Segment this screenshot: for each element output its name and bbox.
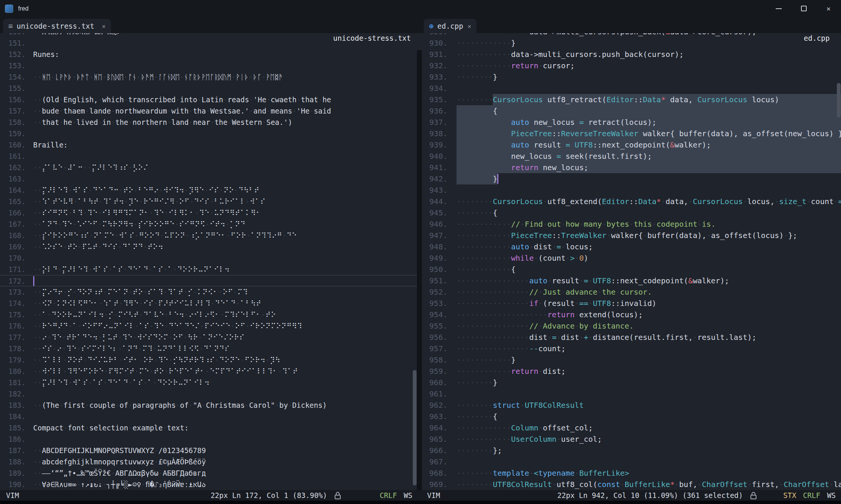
code-line[interactable]: 967. [422, 456, 841, 467]
tab-ed-cpp[interactable]: ⊕ ed.cpp ✕ [424, 19, 477, 33]
code-line[interactable]: 186. [0, 433, 417, 445]
code-line[interactable]: 959.············return·dist; [422, 366, 841, 377]
code-line[interactable]: 963.········{ [422, 411, 841, 422]
code-line[interactable]: 932.············return·cursor; [422, 60, 841, 71]
close-button[interactable]: ✕ [816, 0, 841, 17]
code-line[interactable]: 165.··⠱⠁⠞⠑⠧⠻·⠁⠃⠳⠞·⠹⠁⠞⠲·⡹⠑·⠗⠑⠛⠊⠌⠻·⠕⠋·⠙⠊⠎·… [0, 196, 417, 207]
code-line[interactable]: 933.········} [422, 71, 841, 83]
pane-splitter[interactable] [417, 50, 422, 490]
code-line[interactable]: 172. [0, 275, 417, 286]
code-line[interactable]: 953.················if·(result·==·UTF8::… [422, 298, 841, 309]
code-line[interactable]: 162.··⡌⠁⠧⠑·⠼⠁⠒··⡍⠜⠇⠑⠹⠰⠎·⡣⠕⠌ [0, 162, 417, 173]
code-line[interactable]: 157.··bude·thaem·lande·northweardum·with… [0, 105, 417, 117]
code-line[interactable]: 183.··(The·first·couple·of·paragraphs·of… [0, 400, 417, 411]
vertical-scrollbar-thumb[interactable] [837, 83, 841, 118]
code-line[interactable]: 156.··(Old·English,·which·transcribed·in… [0, 94, 417, 105]
code-line[interactable]: 955.················//·Advance·by·distan… [422, 320, 841, 332]
code-line[interactable]: 950.············{ [422, 264, 841, 275]
code-line[interactable]: 189.··–—‘“”„†•…‰™œŠŸž€·ΑΒΓΔΩαβγδω·АБВГДа… [0, 467, 417, 479]
status-flag-ws[interactable]: WS [827, 491, 836, 499]
vertical-scrollbar-thumb[interactable] [413, 370, 417, 486]
code-line[interactable]: 934. [422, 83, 841, 94]
code-line[interactable]: 943. [422, 184, 841, 196]
code-line[interactable]: 961. [422, 388, 841, 400]
code-line[interactable]: 929.················data->multi_cursors.… [422, 33, 841, 37]
code-line[interactable]: 952.················//·Just·advance·the·… [422, 286, 841, 298]
code-line[interactable]: 155. [0, 83, 417, 94]
code-line[interactable]: 965.············UserColumn·user_col; [422, 433, 841, 445]
code-line[interactable]: 167.··⠁⠝⠙·⠹⠑·⠡⠊⠑⠋·⠍⠳⠗⠝⠻⠲·⡎⠊⠗⠕⠕⠛⠑·⠎⠊⠛⠝⠫·⠊… [0, 218, 417, 230]
tab-close-icon[interactable]: ✕ [102, 23, 106, 30]
code-line[interactable]: 187.··ABCDEFGHIJKLMNOPQRSTUVWXYZ·/012345… [0, 445, 417, 456]
code-line[interactable]: 188.··abcdefghijklmnopqrstuvwxyz·£©µÀÆÖÞ… [0, 456, 417, 467]
code-line[interactable]: 178.··⠊⠎·⠔·⠹⠑·⠎⠊⠍⠊⠇⠑⠆·⠁⠝⠙·⠍⠹·⠥⠝⠙⠁⠇⠇⠪⠫·⠙⠁… [0, 343, 417, 354]
lock-icon[interactable] [335, 492, 341, 499]
code-line[interactable]: 939.············auto·result·=·UTF8::next… [422, 139, 841, 151]
code-line[interactable]: 942.········} [422, 173, 841, 184]
code-line[interactable]: 954.····················return·extend(lo… [422, 309, 841, 320]
code-line[interactable]: 956.················dist·=·dist·+·distan… [422, 332, 841, 343]
code-line[interactable]: 170. [0, 252, 417, 264]
status-flag-crlf[interactable]: CRLF [380, 491, 397, 499]
code-line[interactable]: 948.············auto·dist·=·locus; [422, 241, 841, 252]
code-line[interactable]: 153. [0, 60, 417, 71]
code-line[interactable]: 931.············data->multi_cursors.push… [422, 49, 841, 60]
code-line[interactable]: 166.··⠎⠊⠛⠝⠫·⠃⠹·⠹⠑·⠊⠇⠻⠛⠹⠍⠁⠝⠂·⠹⠑·⠊⠇⠻⠅⠂·⠹⠑·… [0, 207, 417, 218]
tab-unicode-stress-txt[interactable]: ≡ unicode-stress.txt ✕ [3, 19, 111, 33]
code-line[interactable]: 937.············auto·new_locus·=·retract… [422, 117, 841, 128]
code-line[interactable]: 947.············PieceTree::TreeWalker·wa… [422, 230, 841, 241]
code-line[interactable]: 160.Braille: [0, 139, 417, 151]
code-line[interactable]: 174.··⠪⠝·⠅⠝⠪⠇⠫⠛⠑⠂·⠱⠁⠞·⠹⠻⠑·⠊⠎·⠏⠜⠞⠊⠊⠥⠇⠜⠇⠹·… [0, 298, 417, 309]
code-line[interactable]: 949.············while·(count·>·0) [422, 252, 841, 264]
code-line[interactable]: 966.········}; [422, 445, 841, 456]
code-line[interactable]: 181.··⡍⠜⠇⠑⠹·⠺⠁⠎·⠁⠎·⠙⠑⠁⠙·⠁⠎·⠁·⠙⠕⠕⠗⠤⠝⠁⠊⠇⠲ [0, 377, 417, 388]
code-line[interactable]: 161. [0, 151, 417, 162]
code-line[interactable]: 944.········CursorLocus·utf8_extend(Edit… [422, 196, 841, 207]
code-line[interactable]: 946.············//·Find·out·how·many·byt… [422, 218, 841, 230]
code-line[interactable]: 941.············return·new_locus; [422, 162, 841, 173]
code-line[interactable]: 158.··that·he·lived·in·the·northern·land… [0, 117, 417, 128]
code-line[interactable]: 177.··⠔·⠹⠑·⠞⠗⠁⠙⠑⠲·⡃⠥⠞·⠹⠑·⠺⠊⠎⠙⠕⠍·⠕⠋·⠳⠗·⠁⠝… [0, 332, 417, 343]
code-line[interactable]: 182. [0, 388, 417, 400]
code-line[interactable]: 960.········} [422, 377, 841, 388]
code-line[interactable]: 190.··∀∂∈ℝ∧∪≡∞·↑↗↨↻⇣·┐┼╔╘░►☺♀·ﬁ�⑀₂ἠḂӥẄɐː… [0, 479, 417, 490]
code-line[interactable]: 164.··⡍⠜⠇⠑⠹·⠺⠁⠎·⠙⠑⠁⠙⠒·⠞⠕·⠃⠑⠛⠔·⠺⠊⠹⠲·⡹⠻⠑·⠊… [0, 184, 417, 196]
status-flag-stx[interactable]: STX [783, 491, 796, 499]
code-line[interactable]: 964.············Column·offset_col; [422, 422, 841, 433]
code-line[interactable]: 171.··⡕⠇⠙·⡍⠜⠇⠑⠹·⠺⠁⠎·⠁⠎·⠙⠑⠁⠙·⠁⠎·⠁·⠙⠕⠕⠗⠤⠝⠁… [0, 264, 417, 275]
code-line[interactable]: 154.··ᚻᛖ·ᚳᚹᚫᚦ·ᚦᚫᛏ·ᚻᛖ·ᛒᚢᛞᛖ·ᚩᚾ·ᚦᚫᛗ·ᛚᚪᚾᛞᛖ·ᚾ… [0, 71, 417, 83]
code-line[interactable]: 930.············} [422, 37, 841, 49]
code-line[interactable]: 163. [0, 173, 417, 184]
code-line[interactable]: 938.············PieceTree::ReverseTreeWa… [422, 128, 841, 139]
editor-pane-left[interactable]: 150.··እግርህን·በፍራሽህ·ልክ·ዘርጋ።151.152.Runes:1… [0, 33, 417, 490]
lock-icon[interactable] [750, 492, 756, 499]
line-number: 189. [5, 467, 26, 479]
code-line[interactable]: 168.··⡎⠊⠗⠕⠕⠛⠑⠰⠎·⠝⠁⠍⠑·⠺⠁⠎·⠛⠕⠕⠙·⠥⠏⠕⠝·⠰⡡⠁⠝⠛… [0, 230, 417, 241]
tab-close-icon[interactable]: ✕ [467, 23, 471, 30]
code-line[interactable]: 185.Compact·font·selection·example·text: [0, 422, 417, 433]
editor-pane-right[interactable]: 929.················data->multi_cursors.… [422, 33, 841, 490]
status-flag-ws[interactable]: WS [404, 491, 412, 499]
minimize-button[interactable] [766, 0, 791, 17]
code-line[interactable]: 951.················auto·result·=·UTF8::… [422, 275, 841, 286]
code-line[interactable]: 175.··⠁·⠙⠕⠕⠗⠤⠝⠁⠊⠇⠲·⡊·⠍⠊⠣⠞·⠙⠁⠧⠑·⠃⠑⠲·⠔⠊⠇⠔⠫… [0, 309, 417, 320]
code-line[interactable]: 159. [0, 128, 417, 139]
code-line[interactable]: 968.········template·<typename·BufferLik… [422, 467, 841, 479]
code-line[interactable]: 969.········UTF8ColResult·utf8_col(const… [422, 479, 841, 490]
code-line[interactable]: 176.··⠗⠑⠛⠜⠙·⠁·⠊⠕⠋⠋⠔⠤⠝⠁⠊⠇·⠁⠎·⠹⠑·⠙⠑⠁⠙⠑⠌·⠏⠊… [0, 320, 417, 332]
code-line[interactable]: 962.········struct·UTF8ColResult [422, 400, 841, 411]
code-line[interactable]: 936.········{ [422, 105, 841, 117]
code-line[interactable]: 945.········{ [422, 207, 841, 218]
code-line[interactable]: 958.············} [422, 354, 841, 366]
maximize-button[interactable] [791, 0, 816, 17]
code-line[interactable]: 180.··⠺⠊⠇⠇·⠹⠻⠑⠋⠕⠗⠑·⠏⠻⠍⠊⠞·⠍⠑·⠞⠕·⠗⠑⠏⠑⠁⠞⠂·⠑… [0, 366, 417, 377]
code-line[interactable]: 152.Runes: [0, 49, 417, 60]
code-line[interactable]: 179.··⠩⠁⠇⠇·⠝⠕⠞·⠙⠊⠌⠥⠗⠃·⠊⠞⠂·⠕⠗·⠹⠑·⡊⠳⠝⠞⠗⠹⠰⠎… [0, 354, 417, 366]
code-line[interactable]: 173.··⡍⠔⠙⠖·⡊·⠙⠕⠝⠰⠞·⠍⠑⠁⠝·⠞⠕·⠎⠁⠹·⠹⠁⠞·⡊·⠅⠝⠪… [0, 286, 417, 298]
status-flag-crlf[interactable]: CRLF [803, 491, 820, 499]
code-line[interactable]: 184. [0, 411, 417, 422]
code-line[interactable]: 935.········CursorLocus·utf8_retract(Edi… [422, 94, 841, 105]
code-line[interactable]: 169.··⠡⠕⠎⠑·⠞⠕·⠏⠥⠞·⠙⠊⠎·⠙⠁⠝⠙·⠞⠕⠲ [0, 241, 417, 252]
code-line[interactable]: 940.············new_locus·=·seek(result.… [422, 151, 841, 162]
code-line[interactable]: 957.················--count; [422, 343, 841, 354]
